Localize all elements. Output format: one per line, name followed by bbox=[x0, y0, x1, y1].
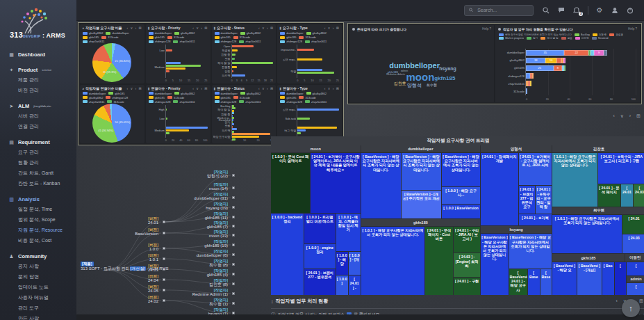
hbar-bar[interactable] bbox=[166, 67, 186, 70]
mini-chart-controls[interactable]: ‹ ∨ › ⊞ bbox=[324, 86, 340, 90]
hbar-bar[interactable] bbox=[297, 72, 334, 74]
legend-item[interactable]: gkfn185 bbox=[108, 92, 124, 95]
legend-item[interactable]: zhqv5tz0611 bbox=[305, 40, 327, 43]
hbar-bar[interactable] bbox=[232, 123, 235, 125]
treemap-cell[interactable]: [ BaseVersi ] - [개선] bbox=[577, 262, 602, 295]
sidebar-item[interactable]: 문의 답변 bbox=[0, 271, 76, 282]
wordcloud-word[interactable]: Redmine Admin bbox=[386, 73, 405, 76]
hbar-bar[interactable] bbox=[232, 58, 235, 60]
sidebar-item[interactable]: 만든 사람 bbox=[0, 313, 76, 320]
legend-item[interactable]: 313code bbox=[299, 35, 315, 39]
sidebar-item[interactable]: 서버 관리 bbox=[0, 111, 76, 121]
legend-item[interactable]: dumbbelloper bbox=[149, 92, 172, 95]
legend-item[interactable]: gkufky4862 bbox=[240, 92, 261, 95]
workload-bar[interactable]: 258 bbox=[526, 65, 636, 71]
tree-node-marker[interactable] bbox=[163, 278, 165, 281]
legend-item[interactable]: gkufky4862 bbox=[240, 31, 261, 35]
legend-item[interactable]: zhdmgxz128 bbox=[149, 40, 171, 43]
mini-chart-controls[interactable]: ‹ ∨ › ⊞ bbox=[258, 26, 274, 30]
treemap-controls[interactable]: ‹ ∨ › ⊞ bbox=[271, 111, 644, 121]
tree-node-marker[interactable] bbox=[163, 257, 165, 260]
tree-node-marker[interactable] bbox=[232, 174, 235, 177]
pie-chart[interactable] bbox=[92, 43, 131, 82]
legend-item[interactable]: 313code bbox=[167, 35, 184, 39]
hbar-bar[interactable] bbox=[166, 132, 170, 134]
mini-chart-controls[interactable]: ‹ ∨ › ⊞ bbox=[192, 86, 208, 90]
legend-item[interactable]: zhdmgxz128 bbox=[280, 40, 302, 43]
sidebar-item[interactable]: 간트 차트, Gantt bbox=[0, 168, 76, 178]
tree-node-wkr[interactable]: [작업자]gkfn185 (11) bbox=[205, 211, 228, 220]
tree-node-marker[interactable] bbox=[163, 232, 165, 234]
legend-item[interactable]: zhqv5tz0611 bbox=[239, 40, 261, 43]
hbar-bar[interactable] bbox=[166, 118, 167, 120]
tree-node-wkr[interactable]: [작업자]gkfn185 (4) bbox=[207, 269, 228, 277]
legend-item[interactable]: Resolved bbox=[592, 37, 609, 40]
tree-node-ver[interactable]: [버전]1.0.0 bbox=[148, 243, 158, 251]
wordcloud-word[interactable]: dumbbelloper bbox=[389, 61, 440, 70]
tree-node-marker[interactable] bbox=[163, 221, 165, 223]
tree-node-wkr[interactable]: [작업자]moon (14) bbox=[209, 182, 228, 191]
legend-item[interactable]: 완료 bbox=[561, 37, 572, 40]
treemap-cell[interactable]: [ BaseVersion 24.01 ] - 해당 요구사 bbox=[509, 269, 527, 295]
tree-node-ver[interactable]: [버전]24.04 bbox=[148, 274, 158, 282]
tree-node-marker[interactable] bbox=[163, 268, 165, 271]
mini-chart-controls[interactable]: ‹ ∨ › ⊞ bbox=[192, 26, 208, 30]
hbar-bar[interactable] bbox=[297, 49, 314, 51]
treemap-cell[interactable]: [ 1.0.0 ] - 해당 bbox=[336, 252, 348, 275]
legend-item[interactable]: 해당 요구사항은 지라서버에서 조회가 되지 않는 상태입니다 bbox=[499, 33, 572, 36]
treemap-cell[interactable]: [ 24.01 ] - ⊕거북이 - 요구사항 업데이트 시, JIRA 서버 bbox=[519, 153, 552, 185]
hbar-bar[interactable] bbox=[232, 66, 237, 68]
legend-item[interactable]: zhqv5tz0611 bbox=[83, 100, 104, 104]
treemap-cell[interactable]: [ BaseVersion ] - 해당 요구사항은 지라서버에 서 조회가 되… bbox=[402, 153, 441, 190]
legend-item[interactable]: gkufky4862 bbox=[306, 92, 327, 95]
treemap-cell[interactable]: [ 1.0.0 ] bbox=[336, 275, 348, 295]
tree-node-marker[interactable] bbox=[232, 234, 235, 237]
hbar-bar[interactable] bbox=[166, 49, 173, 51]
mini-chart-controls[interactable]: ‹ ∨ › ⊞ bbox=[126, 86, 142, 90]
treemap-cell[interactable]: [ 1.0.0 ] - 트리맵 멀티 버전 테스트 bbox=[304, 214, 336, 243]
legend-item[interactable]: zhqv5tz0611 bbox=[173, 100, 195, 104]
treemap-cell[interactable]: [ 24.01 bbox=[622, 215, 644, 234]
legend-item[interactable]: zhqv5tz0611 bbox=[83, 40, 104, 43]
treemap-cell[interactable]: [ BaseVersi ] - 해당 요 bbox=[552, 262, 577, 295]
treemap-cell[interactable]: [ 1.0.1 ] - 해당 요구사항은 지라서버에서 조회가 되지 않는 상태… bbox=[552, 215, 622, 254]
legend-item[interactable]: Backlog bbox=[575, 33, 590, 36]
power-icon[interactable] bbox=[626, 6, 634, 15]
legend-item[interactable]: 피드백 bbox=[575, 37, 589, 40]
mini-chart-controls[interactable]: ‹ ∨ › ⊞ bbox=[258, 86, 274, 90]
gear-icon[interactable]: ⚙ bbox=[595, 6, 604, 15]
treemap-cell[interactable]: [ 1.0.0 ] BaseVersion bbox=[442, 205, 480, 218]
wordcloud-word[interactable]: hsyang bbox=[439, 66, 456, 71]
treemap-cell[interactable]: [ 24.01 ] - ⊕거북 bbox=[519, 214, 552, 225]
legend-item[interactable]: zhdmgxz128 bbox=[215, 100, 237, 104]
tree-node-marker[interactable] bbox=[232, 216, 235, 218]
sidebar-item[interactable]: 공지 사항 bbox=[0, 261, 76, 271]
legend-item[interactable]: zhqv5tz0611 bbox=[173, 40, 195, 43]
treemap-cell[interactable]: [ 1.0.0 ] - 예외, 스케줄러 함입 임시 제거 bbox=[336, 214, 361, 251]
legend-item[interactable]: gkufky4862 bbox=[83, 31, 103, 35]
treemap-cell[interactable]: [ 24.01 ] - 수리 - JIRA AI ( 보고서 ) bbox=[454, 227, 480, 253]
hbar-bar[interactable] bbox=[232, 54, 236, 56]
legend-item[interactable]: 진행 중 bbox=[593, 33, 607, 36]
wordcloud-word[interactable]: moon bbox=[406, 71, 434, 83]
treemap-cell[interactable]: [ BaseVersion ] - 해당 요구사항은 지라서버에서 조회가 되지… bbox=[481, 234, 509, 295]
hbar-bar[interactable] bbox=[297, 69, 322, 71]
treemap-cell[interactable]: [ 24.01 ] - 구현 bbox=[454, 278, 480, 295]
legend-item[interactable]: 313code bbox=[299, 96, 315, 99]
treemap-cell[interactable]: [ 24.01 ] - ⊕거북이 - 요구사항 업데이트시, JIRA 서버의 … bbox=[311, 153, 360, 213]
search-input[interactable] bbox=[464, 5, 534, 16]
treemap-cell[interactable]: [ BaseVersion ] - 해당 요구사항은 지라서버에서 조회가 되지… bbox=[361, 153, 401, 218]
sidebar-item[interactable]: 칸반 보드 - Kanban bbox=[0, 178, 76, 189]
legend-item[interactable]: gkfn185 bbox=[83, 35, 99, 39]
treemap-cell[interactable]: [ bbox=[627, 262, 644, 275]
legend-item[interactable]: zhqv5tz0611 bbox=[305, 100, 327, 104]
hbar-bar[interactable] bbox=[232, 45, 254, 47]
sidebar-item[interactable]: 현황 관리 bbox=[0, 157, 76, 168]
tree-node-wkr[interactable]: [작업자]최수현 (8) bbox=[209, 259, 228, 267]
hbar-bar[interactable] bbox=[232, 74, 246, 77]
tree-node-wkr[interactable]: [작업자]dumbbelloper (6) bbox=[197, 249, 228, 257]
sidebar-item[interactable]: 요구 관리 bbox=[0, 147, 76, 157]
hbar-bar[interactable] bbox=[166, 127, 208, 129]
legend-item[interactable]: 해야 할 일 bbox=[540, 37, 558, 40]
treemap-cell[interactable]: [ 24.01 ] - 분석 페이지 bbox=[598, 184, 620, 207]
